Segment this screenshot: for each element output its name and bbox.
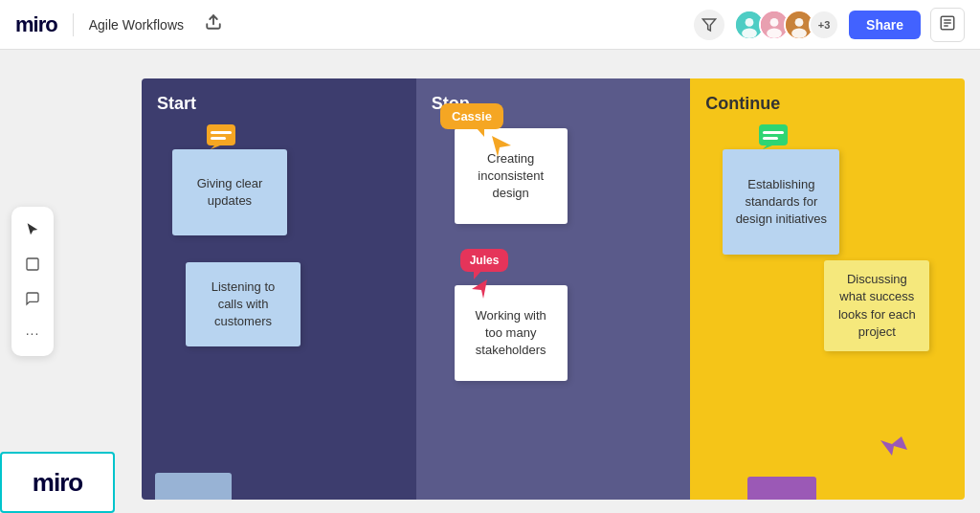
sticky-note-tool[interactable] <box>17 249 48 279</box>
col-continue-header: Continue <box>705 94 949 114</box>
canvas[interactable]: ··· Cassie Start Giving c <box>0 50 980 513</box>
svg-point-3 <box>746 18 754 27</box>
miro-logo: miro <box>15 12 57 37</box>
svg-rect-19 <box>211 131 232 134</box>
svg-point-6 <box>770 18 779 27</box>
svg-marker-16 <box>492 136 511 157</box>
svg-rect-20 <box>211 137 226 140</box>
column-stop: Stop Creating inconsistent design Jules … <box>416 78 691 500</box>
svg-rect-22 <box>759 124 788 145</box>
svg-rect-17 <box>207 124 235 145</box>
sticky-discussing-success[interactable]: Discussing what success looks for each p… <box>824 260 929 351</box>
left-toolbar: ··· <box>11 207 54 356</box>
board-title: Agile Workflows <box>89 17 184 33</box>
svg-marker-1 <box>702 19 715 31</box>
sticky-partial-start <box>155 473 232 500</box>
bottom-logo-area: miro <box>0 452 115 513</box>
sticky-working-stakeholders[interactable]: Working with too many stakeholders <box>455 285 568 381</box>
svg-point-10 <box>791 28 807 38</box>
svg-rect-15 <box>27 258 38 270</box>
collaborator-avatars: +3 <box>734 10 839 40</box>
sticky-listening-calls[interactable]: Listening to calls with customers <box>186 262 301 346</box>
svg-rect-25 <box>763 137 778 140</box>
comment-tool[interactable] <box>17 283 48 314</box>
svg-rect-24 <box>763 131 784 134</box>
svg-marker-21 <box>472 279 487 299</box>
svg-point-9 <box>795 18 804 27</box>
sticky-partial-continue <box>747 477 816 500</box>
share-button[interactable]: Share <box>849 11 921 39</box>
svg-point-7 <box>767 28 782 38</box>
sticky-giving-clear[interactable]: Giving clear updates <box>172 149 287 235</box>
topbar-right: +3 Share <box>694 8 965 42</box>
avatar-count: +3 <box>809 10 839 40</box>
retro-board: Start Giving clear updates Listening to … <box>142 78 965 500</box>
notes-button[interactable] <box>930 8 965 42</box>
topbar-divider <box>73 13 74 36</box>
svg-point-4 <box>742 28 757 38</box>
filter-button[interactable] <box>694 10 724 40</box>
more-tools[interactable]: ··· <box>17 318 48 348</box>
col-start-header: Start <box>157 94 401 114</box>
upload-button[interactable] <box>199 10 228 39</box>
sticky-establishing-standards[interactable]: Establishing standards for design initia… <box>723 149 839 255</box>
column-start: Start Giving clear updates Listening to … <box>142 78 416 500</box>
jules-label: Jules <box>460 249 509 272</box>
cassie-label: Cassie <box>440 103 503 129</box>
bottom-logo-text: miro <box>33 468 82 498</box>
topbar: miro Agile Workflows +3 <box>0 0 980 50</box>
svg-marker-26 <box>880 436 907 456</box>
column-continue: Continue Establishing standards for desi… <box>690 78 965 500</box>
cursor-tool[interactable] <box>17 214 48 245</box>
